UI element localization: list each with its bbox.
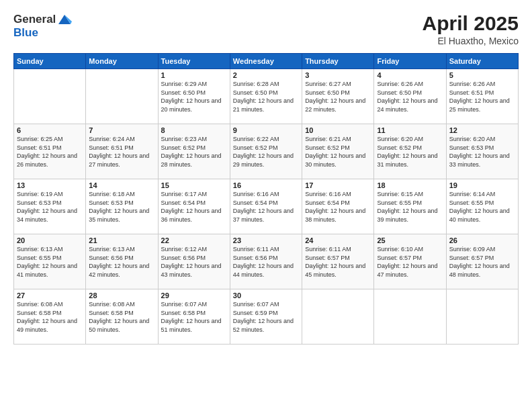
day-number: 6 xyxy=(17,126,83,134)
day-info: Sunrise: 6:26 AMSunset: 6:50 PMDaylight:… xyxy=(377,80,443,113)
day-number: 25 xyxy=(377,236,443,244)
day-info: Sunrise: 6:18 AMSunset: 6:53 PMDaylight:… xyxy=(89,190,154,224)
calendar-cell: 27Sunrise: 6:08 AMSunset: 6:58 PMDayligh… xyxy=(14,289,86,345)
day-number: 13 xyxy=(17,181,83,189)
day-info: Sunrise: 6:11 AMSunset: 6:57 PMDaylight:… xyxy=(305,245,371,279)
day-info: Sunrise: 6:23 AMSunset: 6:52 PMDaylight:… xyxy=(161,135,227,169)
week-row-2: 6Sunrise: 6:25 AMSunset: 6:51 PMDaylight… xyxy=(14,124,519,179)
day-info: Sunrise: 6:08 AMSunset: 6:58 PMDaylight:… xyxy=(89,300,154,334)
day-number: 2 xyxy=(233,71,299,79)
day-info: Sunrise: 6:22 AMSunset: 6:52 PMDaylight:… xyxy=(233,135,299,169)
day-info: Sunrise: 6:25 AMSunset: 6:51 PMDaylight:… xyxy=(17,135,83,169)
calendar-cell: 17Sunrise: 6:16 AMSunset: 6:54 PMDayligh… xyxy=(302,179,374,234)
calendar-cell: 10Sunrise: 6:21 AMSunset: 6:52 PMDayligh… xyxy=(302,124,374,179)
calendar-cell: 22Sunrise: 6:12 AMSunset: 6:56 PMDayligh… xyxy=(158,234,230,289)
week-row-5: 27Sunrise: 6:08 AMSunset: 6:58 PMDayligh… xyxy=(14,289,519,345)
calendar-cell xyxy=(446,289,518,345)
calendar-cell: 2Sunrise: 6:28 AMSunset: 6:50 PMDaylight… xyxy=(230,69,302,124)
day-info: Sunrise: 6:09 AMSunset: 6:57 PMDaylight:… xyxy=(449,245,515,279)
day-number: 9 xyxy=(233,126,299,134)
day-number: 1 xyxy=(161,71,227,79)
weekday-header-saturday: Saturday xyxy=(446,54,518,69)
calendar-cell xyxy=(86,69,158,124)
calendar-cell: 26Sunrise: 6:09 AMSunset: 6:57 PMDayligh… xyxy=(446,234,518,289)
day-number: 7 xyxy=(89,126,154,134)
day-info: Sunrise: 6:13 AMSunset: 6:55 PMDaylight:… xyxy=(17,245,83,279)
day-number: 21 xyxy=(89,236,154,244)
calendar-cell xyxy=(302,289,374,345)
day-number: 3 xyxy=(305,71,371,79)
day-info: Sunrise: 6:20 AMSunset: 6:53 PMDaylight:… xyxy=(449,135,515,169)
day-number: 11 xyxy=(377,126,443,134)
day-number: 15 xyxy=(161,181,227,189)
main-title: April 2025 xyxy=(423,12,519,34)
day-number: 12 xyxy=(449,126,515,134)
calendar-cell: 15Sunrise: 6:17 AMSunset: 6:54 PMDayligh… xyxy=(158,179,230,234)
day-number: 4 xyxy=(377,71,443,79)
calendar-cell: 3Sunrise: 6:27 AMSunset: 6:50 PMDaylight… xyxy=(302,69,374,124)
day-number: 19 xyxy=(449,181,515,189)
weekday-header-sunday: Sunday xyxy=(14,54,86,69)
day-info: Sunrise: 6:16 AMSunset: 6:54 PMDaylight:… xyxy=(233,190,299,224)
day-number: 29 xyxy=(161,291,227,300)
calendar-cell: 21Sunrise: 6:13 AMSunset: 6:56 PMDayligh… xyxy=(86,234,158,289)
calendar-cell: 7Sunrise: 6:24 AMSunset: 6:51 PMDaylight… xyxy=(86,124,158,179)
day-info: Sunrise: 6:17 AMSunset: 6:54 PMDaylight:… xyxy=(161,190,227,224)
day-number: 5 xyxy=(449,71,515,79)
week-row-1: 1Sunrise: 6:29 AMSunset: 6:50 PMDaylight… xyxy=(14,69,519,124)
calendar-cell: 23Sunrise: 6:11 AMSunset: 6:56 PMDayligh… xyxy=(230,234,302,289)
weekday-header-row: SundayMondayTuesdayWednesdayThursdayFrid… xyxy=(14,54,519,69)
calendar-cell: 24Sunrise: 6:11 AMSunset: 6:57 PMDayligh… xyxy=(302,234,374,289)
day-info: Sunrise: 6:20 AMSunset: 6:52 PMDaylight:… xyxy=(377,135,443,169)
calendar-cell xyxy=(374,289,446,345)
day-info: Sunrise: 6:07 AMSunset: 6:59 PMDaylight:… xyxy=(233,300,299,334)
calendar-cell: 30Sunrise: 6:07 AMSunset: 6:59 PMDayligh… xyxy=(230,289,302,345)
calendar-cell: 5Sunrise: 6:26 AMSunset: 6:51 PMDaylight… xyxy=(446,69,518,124)
day-number: 8 xyxy=(161,126,227,134)
day-info: Sunrise: 6:21 AMSunset: 6:52 PMDaylight:… xyxy=(305,135,371,169)
calendar-cell: 20Sunrise: 6:13 AMSunset: 6:55 PMDayligh… xyxy=(14,234,86,289)
page: General Blue April 2025 El Huaxtho, Mexi… xyxy=(0,0,532,411)
week-row-3: 13Sunrise: 6:19 AMSunset: 6:53 PMDayligh… xyxy=(14,179,519,234)
calendar-cell: 28Sunrise: 6:08 AMSunset: 6:58 PMDayligh… xyxy=(86,289,158,345)
week-row-4: 20Sunrise: 6:13 AMSunset: 6:55 PMDayligh… xyxy=(14,234,519,289)
calendar-cell: 13Sunrise: 6:19 AMSunset: 6:53 PMDayligh… xyxy=(14,179,86,234)
subtitle: El Huaxtho, Mexico xyxy=(423,36,519,46)
weekday-header-friday: Friday xyxy=(374,54,446,69)
day-number: 28 xyxy=(89,291,154,300)
day-number: 30 xyxy=(233,291,299,300)
day-info: Sunrise: 6:14 AMSunset: 6:55 PMDaylight:… xyxy=(449,190,515,224)
calendar-cell: 29Sunrise: 6:07 AMSunset: 6:58 PMDayligh… xyxy=(158,289,230,345)
day-info: Sunrise: 6:13 AMSunset: 6:56 PMDaylight:… xyxy=(89,245,154,279)
day-info: Sunrise: 6:26 AMSunset: 6:51 PMDaylight:… xyxy=(449,80,515,113)
day-number: 16 xyxy=(233,181,299,189)
calendar-cell: 6Sunrise: 6:25 AMSunset: 6:51 PMDaylight… xyxy=(14,124,86,179)
logo-general: General xyxy=(13,13,56,26)
weekday-header-monday: Monday xyxy=(86,54,158,69)
logo: General Blue xyxy=(13,12,72,40)
day-info: Sunrise: 6:29 AMSunset: 6:50 PMDaylight:… xyxy=(161,80,227,113)
logo-blue: Blue xyxy=(13,27,72,40)
day-number: 17 xyxy=(305,181,371,189)
calendar-cell: 8Sunrise: 6:23 AMSunset: 6:52 PMDaylight… xyxy=(158,124,230,179)
day-info: Sunrise: 6:19 AMSunset: 6:53 PMDaylight:… xyxy=(17,190,83,224)
day-number: 20 xyxy=(17,236,83,244)
day-number: 22 xyxy=(161,236,227,244)
day-number: 23 xyxy=(233,236,299,244)
day-info: Sunrise: 6:28 AMSunset: 6:50 PMDaylight:… xyxy=(233,80,299,113)
calendar-table: SundayMondayTuesdayWednesdayThursdayFrid… xyxy=(13,53,519,345)
calendar-cell: 19Sunrise: 6:14 AMSunset: 6:55 PMDayligh… xyxy=(446,179,518,234)
calendar-cell xyxy=(14,69,86,124)
day-number: 24 xyxy=(305,236,371,244)
weekday-header-thursday: Thursday xyxy=(302,54,374,69)
day-number: 18 xyxy=(377,181,443,189)
day-info: Sunrise: 6:24 AMSunset: 6:51 PMDaylight:… xyxy=(89,135,154,169)
day-number: 26 xyxy=(449,236,515,244)
day-info: Sunrise: 6:08 AMSunset: 6:58 PMDaylight:… xyxy=(17,300,83,334)
calendar-cell: 25Sunrise: 6:10 AMSunset: 6:57 PMDayligh… xyxy=(374,234,446,289)
calendar-cell: 1Sunrise: 6:29 AMSunset: 6:50 PMDaylight… xyxy=(158,69,230,124)
calendar-cell: 18Sunrise: 6:15 AMSunset: 6:55 PMDayligh… xyxy=(374,179,446,234)
calendar-cell: 12Sunrise: 6:20 AMSunset: 6:53 PMDayligh… xyxy=(446,124,518,179)
day-info: Sunrise: 6:15 AMSunset: 6:55 PMDaylight:… xyxy=(377,190,443,224)
day-info: Sunrise: 6:27 AMSunset: 6:50 PMDaylight:… xyxy=(305,80,371,113)
